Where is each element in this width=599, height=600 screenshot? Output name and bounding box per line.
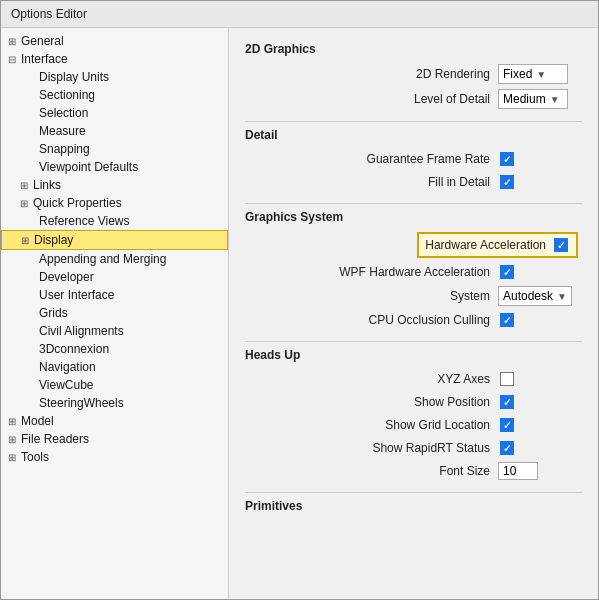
section-header-detail: Detail xyxy=(245,128,582,142)
tree-item-viewcube[interactable]: ViewCube xyxy=(1,376,228,394)
expand-interface[interactable]: ⊟ xyxy=(5,54,19,65)
control-font-size xyxy=(498,462,578,480)
tree-label-display-units: Display Units xyxy=(37,70,109,84)
tree-item-measure[interactable]: Measure xyxy=(1,122,228,140)
checkbox-wrap-show-grid-location xyxy=(498,416,516,434)
control-xyz-axes xyxy=(498,370,578,388)
expand-general[interactable]: ⊞ xyxy=(5,36,19,47)
row-level-of-detail: Level of Detail Medium ▼ xyxy=(245,89,582,109)
expand-tools[interactable]: ⊞ xyxy=(5,452,19,463)
tree-label-interface: Interface xyxy=(19,52,68,66)
checkbox-show-rapidrt[interactable] xyxy=(500,441,514,455)
tree-item-general[interactable]: ⊞ General xyxy=(1,32,228,50)
tree-item-file-readers[interactable]: ⊞ File Readers xyxy=(1,430,228,448)
label-wpf-hw-accel: WPF Hardware Acceleration xyxy=(339,265,490,279)
tree-label-appending-merging: Appending and Merging xyxy=(37,252,166,266)
tree-panel: ⊞ General ⊟ Interface Display Units Sect… xyxy=(1,28,229,599)
tree-item-links[interactable]: ⊞ Links xyxy=(1,176,228,194)
tree-item-grids[interactable]: Grids xyxy=(1,304,228,322)
label-level-of-detail: Level of Detail xyxy=(350,92,490,106)
dropdown-system[interactable]: Autodesk ▼ xyxy=(498,286,572,306)
tree-item-steeringwheels[interactable]: SteeringWheels xyxy=(1,394,228,412)
label-cpu-occlusion: CPU Occlusion Culling xyxy=(350,313,490,327)
expand-display[interactable]: ⊞ xyxy=(18,235,32,246)
checkbox-wpf-hw-accel[interactable] xyxy=(500,265,514,279)
tree-item-developer[interactable]: Developer xyxy=(1,268,228,286)
window-title: Options Editor xyxy=(11,7,87,21)
tree-label-general: General xyxy=(19,34,64,48)
control-system: Autodesk ▼ xyxy=(498,286,578,306)
tree-label-measure: Measure xyxy=(37,124,86,138)
expand-file-readers[interactable]: ⊞ xyxy=(5,434,19,445)
expand-model[interactable]: ⊞ xyxy=(5,416,19,427)
tree-label-user-interface: User Interface xyxy=(37,288,114,302)
dropdown-system-value: Autodesk xyxy=(503,289,553,303)
tree-item-selection[interactable]: Selection xyxy=(1,104,228,122)
tree-item-snapping[interactable]: Snapping xyxy=(1,140,228,158)
label-show-position: Show Position xyxy=(350,395,490,409)
checkbox-show-position[interactable] xyxy=(500,395,514,409)
tree-item-display-units[interactable]: Display Units xyxy=(1,68,228,86)
tree-item-user-interface[interactable]: User Interface xyxy=(1,286,228,304)
divider-2 xyxy=(245,203,582,204)
tree-item-quick-properties[interactable]: ⊞ Quick Properties xyxy=(1,194,228,212)
checkbox-show-grid-location[interactable] xyxy=(500,418,514,432)
checkbox-cpu-occlusion[interactable] xyxy=(500,313,514,327)
label-fill-in-detail: Fill in Detail xyxy=(350,175,490,189)
hw-accel-highlight: Hardware Acceleration xyxy=(417,232,578,258)
tree-item-3dconnexion[interactable]: 3Dconnexion xyxy=(1,340,228,358)
section-primitives: Primitives xyxy=(245,499,582,513)
dropdown-2d-rendering-value: Fixed xyxy=(503,67,532,81)
label-xyz-axes: XYZ Axes xyxy=(350,372,490,386)
section-header-heads-up: Heads Up xyxy=(245,348,582,362)
section-header-graphics-system: Graphics System xyxy=(245,210,582,224)
tree-label-links: Links xyxy=(31,178,61,192)
checkbox-xyz-axes[interactable] xyxy=(500,372,514,386)
section-header-primitives: Primitives xyxy=(245,499,582,513)
label-system: System xyxy=(350,289,490,303)
tree-item-tools[interactable]: ⊞ Tools xyxy=(1,448,228,466)
dropdown-2d-rendering[interactable]: Fixed ▼ xyxy=(498,64,568,84)
tree-label-display: Display xyxy=(32,233,73,247)
control-show-grid-location xyxy=(498,416,578,434)
section-graphics-system: Graphics System Hardware Acceleration WP… xyxy=(245,210,582,329)
divider-1 xyxy=(245,121,582,122)
label-show-rapidrt: Show RapidRT Status xyxy=(350,441,490,455)
input-font-size[interactable] xyxy=(498,462,538,480)
tree-label-grids: Grids xyxy=(37,306,68,320)
tree-item-navigation[interactable]: Navigation xyxy=(1,358,228,376)
checkbox-wrap-fill-in-detail xyxy=(498,173,516,191)
section-2d-graphics: 2D Graphics 2D Rendering Fixed ▼ Level o… xyxy=(245,42,582,109)
tree-label-model: Model xyxy=(19,414,54,428)
tree-item-appending-merging[interactable]: Appending and Merging xyxy=(1,250,228,268)
label-2d-rendering: 2D Rendering xyxy=(350,67,490,81)
row-show-grid-location: Show Grid Location xyxy=(245,416,582,434)
section-header-2d-graphics: 2D Graphics xyxy=(245,42,582,56)
tree-item-reference-views[interactable]: Reference Views xyxy=(1,212,228,230)
tree-item-interface[interactable]: ⊟ Interface xyxy=(1,50,228,68)
expand-quick-properties[interactable]: ⊞ xyxy=(17,198,31,209)
checkbox-fill-in-detail[interactable] xyxy=(500,175,514,189)
tree-item-sectioning[interactable]: Sectioning xyxy=(1,86,228,104)
checkbox-hardware-acceleration[interactable] xyxy=(554,238,568,252)
tree-label-civil-alignments: Civil Alignments xyxy=(37,324,124,338)
tree-item-civil-alignments[interactable]: Civil Alignments xyxy=(1,322,228,340)
expand-links[interactable]: ⊞ xyxy=(17,180,31,191)
row-wpf-hw-accel: WPF Hardware Acceleration xyxy=(245,263,582,281)
row-show-rapidrt: Show RapidRT Status xyxy=(245,439,582,457)
control-show-position xyxy=(498,393,578,411)
dropdown-level-of-detail[interactable]: Medium ▼ xyxy=(498,89,568,109)
tree-item-display[interactable]: ⊞ Display xyxy=(1,230,228,250)
row-hardware-acceleration: Hardware Acceleration xyxy=(245,232,582,258)
tree-item-model[interactable]: ⊞ Model xyxy=(1,412,228,430)
section-heads-up: Heads Up XYZ Axes Show Position xyxy=(245,348,582,480)
checkbox-guarantee-frame-rate[interactable] xyxy=(500,152,514,166)
row-2d-rendering: 2D Rendering Fixed ▼ xyxy=(245,64,582,84)
tree-label-3dconnexion: 3Dconnexion xyxy=(37,342,109,356)
tree-label-quick-properties: Quick Properties xyxy=(31,196,122,210)
checkbox-wrap-hw-accel xyxy=(552,236,570,254)
tree-label-selection: Selection xyxy=(37,106,88,120)
label-hardware-acceleration: Hardware Acceleration xyxy=(425,238,546,252)
tree-item-viewpoint-defaults[interactable]: Viewpoint Defaults xyxy=(1,158,228,176)
checkbox-wrap-show-position xyxy=(498,393,516,411)
